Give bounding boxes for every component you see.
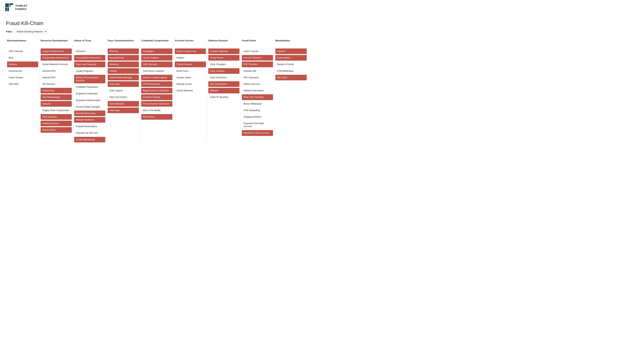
list-item[interactable]: Official Phone Number Spoofing bbox=[74, 75, 105, 83]
list-item[interactable]: Card Dump Captures bbox=[141, 68, 172, 74]
list-item[interactable]: 2FA Compromise bbox=[208, 81, 240, 87]
list-item[interactable]: Infected POS bbox=[40, 68, 72, 74]
logo-text: THREAT FABRIC bbox=[15, 4, 28, 11]
list-item[interactable]: Session Hijack bbox=[175, 75, 206, 80]
col-header-account-access: Account Access bbox=[175, 39, 206, 46]
list-item[interactable]: Loyalty Programs bbox=[74, 68, 105, 74]
list-item[interactable]: Resale of Goods bbox=[276, 62, 307, 67]
list-item[interactable]: Social Media Message bbox=[108, 75, 139, 80]
list-item[interactable]: Stolen Card Use bbox=[242, 81, 273, 87]
list-item[interactable]: Compromise Infrastructure bbox=[40, 55, 72, 61]
list-item[interactable]: ATM Withdrawal bbox=[276, 68, 307, 74]
list-item[interactable]: P2P Transfers bbox=[242, 62, 273, 67]
list-item[interactable]: Social Networks Accounts bbox=[40, 62, 72, 67]
list-item[interactable]: Fake Accounts bbox=[40, 114, 72, 120]
list-item[interactable]: SIP Services bbox=[40, 81, 72, 87]
col-header-reconnaissance: Reconnaissance bbox=[7, 39, 38, 46]
list-item[interactable]: Phishing bbox=[108, 49, 139, 54]
list-item[interactable]: Subscriptions bbox=[276, 55, 307, 61]
list-item[interactable]: Shipping Redirect bbox=[242, 114, 273, 120]
list-item[interactable]: App Repackaging bbox=[40, 94, 72, 100]
list-item[interactable]: Page Overlays bbox=[208, 68, 240, 74]
list-item[interactable]: Supply Chain Compromise bbox=[40, 108, 72, 113]
list-item[interactable]: Fake Support bbox=[108, 88, 139, 93]
list-item[interactable]: Victim Transfer bbox=[242, 49, 273, 54]
list-item[interactable]: Cloned Devices bbox=[175, 62, 206, 67]
list-item[interactable]: Prepaid Reservations bbox=[74, 124, 105, 129]
col-items-monetization: CashoutSubscriptionsResale of GoodsATM W… bbox=[276, 49, 307, 80]
list-item[interactable]: Device Compromise bbox=[175, 49, 206, 54]
list-item[interactable]: Account Detail Changes bbox=[74, 104, 105, 110]
list-item[interactable]: Man in the Middle bbox=[141, 108, 172, 113]
list-item[interactable]: Gift Cards bbox=[276, 75, 307, 80]
list-item[interactable]: ATM Jackpotting bbox=[242, 108, 273, 113]
list-item[interactable]: Network Interception bbox=[242, 88, 273, 93]
list-item[interactable]: Dark Web bbox=[7, 81, 38, 87]
list-item[interactable]: Social Engineering bbox=[74, 137, 105, 142]
list-item[interactable]: Voice Changers bbox=[208, 62, 240, 67]
list-item[interactable]: Employee Impersonation bbox=[74, 98, 105, 103]
col-header-credential-compromise: Credential Compromise bbox=[141, 39, 172, 46]
list-item[interactable]: Bots bbox=[7, 55, 38, 61]
list-item[interactable]: Session Cookie Capture bbox=[141, 75, 172, 80]
list-item[interactable]: Illegal Access to Database bbox=[141, 88, 172, 93]
list-item[interactable]: HTTPS Intercept bbox=[141, 81, 172, 87]
list-item[interactable]: Remote Access bbox=[175, 81, 206, 87]
column-faux-communications: Faux CommunicationsPhishingSpearphishing… bbox=[106, 39, 140, 142]
list-item[interactable]: Malware bbox=[7, 62, 38, 67]
list-item[interactable]: Caller ID Spoofing bbox=[208, 94, 240, 100]
col-header-defense-evasion: Defense Evasion bbox=[208, 39, 240, 46]
list-item[interactable]: Account Takeover bbox=[242, 55, 273, 61]
list-item[interactable]: Spearphishing bbox=[108, 55, 139, 61]
list-item[interactable]: Location Spoofing bbox=[208, 49, 240, 54]
col-items-abuse-of-trust: RomanceAccessibility PermissionsFake Loa… bbox=[74, 49, 105, 142]
list-item[interactable]: Bonus Withdrawal bbox=[242, 101, 273, 107]
list-item[interactable]: Acquire Infrastructure bbox=[40, 49, 72, 54]
list-item[interactable]: Profitable Propositions bbox=[74, 84, 105, 90]
list-item[interactable]: Fake Extensions bbox=[208, 75, 240, 80]
list-item[interactable]: Malvertising bbox=[40, 88, 72, 93]
list-item[interactable]: Password Stealer bbox=[141, 94, 172, 100]
list-item[interactable]: Cashout bbox=[276, 49, 307, 54]
list-item[interactable]: Infected ATM bbox=[40, 75, 72, 80]
list-item[interactable]: Imposter QR bbox=[242, 68, 273, 74]
list-item[interactable]: Malware bbox=[40, 101, 72, 107]
list-item[interactable]: Money Mules bbox=[40, 127, 72, 133]
list-item[interactable]: Hosting Services bbox=[40, 121, 72, 126]
list-item[interactable]: Screen Capture bbox=[141, 55, 172, 61]
list-item[interactable]: Virtual Phone bbox=[208, 55, 240, 61]
list-item[interactable]: Mule Card Transfers bbox=[242, 94, 273, 100]
list-item[interactable]: Insiders bbox=[175, 55, 206, 61]
list-item[interactable]: Fake Apps bbox=[108, 108, 139, 113]
list-item[interactable]: Payment via Gift Card bbox=[74, 130, 105, 136]
list-item[interactable]: SMS Intercept bbox=[7, 49, 38, 54]
list-item[interactable]: Fake Forms bbox=[141, 114, 172, 120]
col-items-credential-compromise: KeyloggersScreen CaptureSMS InterceptCar… bbox=[141, 49, 172, 120]
col-header-abuse-of-trust: Abuse of Trust bbox=[74, 39, 105, 46]
list-item[interactable]: Fake Loan Requests bbox=[74, 62, 105, 67]
list-item[interactable]: Phone Number Disclosure bbox=[141, 101, 172, 107]
col-items-resource-development: Acquire InfrastructureCompromise Infrast… bbox=[40, 49, 72, 133]
list-item[interactable]: Fake Websites bbox=[108, 101, 139, 107]
list-item[interactable]: Fake Call Centers bbox=[108, 94, 139, 100]
column-monetization: MonetizationCashoutSubscriptionsResale o… bbox=[274, 39, 308, 142]
list-item[interactable]: Payments from Mule Account bbox=[242, 121, 273, 129]
list-item[interactable]: Smishing bbox=[108, 62, 139, 67]
list-item[interactable]: Website Redirects bbox=[74, 117, 105, 123]
list-item[interactable]: Malware bbox=[208, 88, 240, 93]
list-item[interactable]: Employee Credentials bbox=[74, 91, 105, 96]
list-item[interactable]: Keyloggers bbox=[141, 49, 172, 54]
list-item[interactable]: Brute Force bbox=[175, 68, 206, 74]
list-item[interactable]: Accessibility Permissions bbox=[74, 55, 105, 61]
list-item[interactable]: Romance bbox=[74, 49, 105, 54]
list-item[interactable]: Personal Info bbox=[7, 68, 38, 74]
list-item[interactable]: Branded Resources bbox=[74, 111, 105, 116]
list-item[interactable]: SMS Intercept bbox=[141, 62, 172, 67]
list-item[interactable]: Public Domain bbox=[7, 75, 38, 80]
list-item[interactable]: Vishing bbox=[108, 68, 139, 74]
filter-select[interactable]: Mobile Banking MalwareAllPhishingRansomw… bbox=[14, 29, 47, 34]
list-item[interactable]: Payment to Mule Account bbox=[242, 130, 273, 136]
list-item[interactable]: Virtual Machines bbox=[175, 88, 206, 93]
list-item[interactable]: NFC Payments bbox=[242, 75, 273, 80]
list-item[interactable]: Scam Ads bbox=[108, 81, 139, 87]
